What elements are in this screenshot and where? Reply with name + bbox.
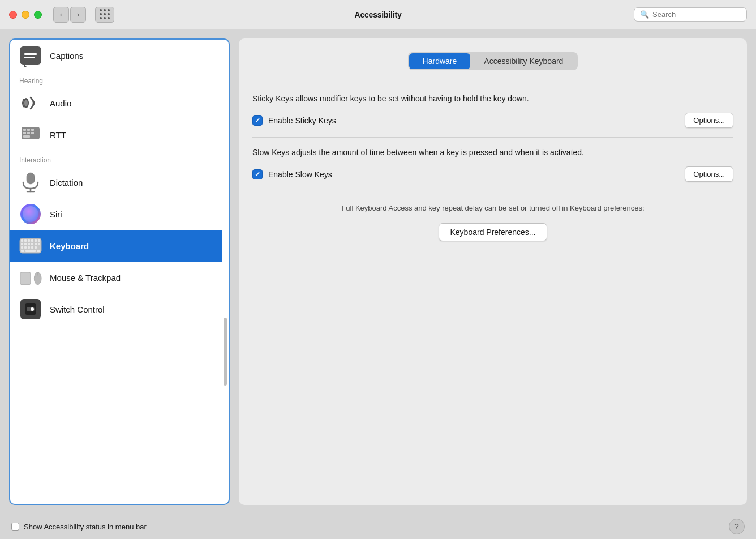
sidebar-item-keyboard[interactable]: Keyboard	[10, 230, 222, 262]
main-content: Captions Hearing Audi	[0, 29, 756, 514]
search-input[interactable]	[652, 10, 741, 19]
svg-rect-23	[31, 243, 33, 245]
tab-accessibility-keyboard[interactable]: Accessibility Keyboard	[470, 53, 577, 69]
grid-view-button[interactable]	[95, 7, 114, 23]
slow-keys-options-button[interactable]: Options...	[685, 166, 733, 182]
keyboard-preferences-button[interactable]: Keyboard Preferences...	[439, 223, 548, 241]
svg-rect-33	[37, 250, 40, 252]
keyboard-prefs-description: Full Keyboard Access and key repeat dela…	[252, 203, 733, 214]
dictation-icon	[19, 171, 42, 194]
sidebar-item-audio[interactable]: Audio	[10, 87, 222, 119]
sidebar-item-label-mouse: Mouse & Trackpad	[50, 273, 121, 283]
svg-rect-15	[24, 239, 27, 242]
title-bar: ‹ › Accessibility 🔍	[0, 0, 756, 29]
slow-keys-label: Enable Slow Keys	[268, 170, 332, 179]
sidebar-item-label-rtt: RTT	[50, 130, 66, 140]
show-status-label: Show Accessibility status in menu bar	[24, 523, 147, 531]
svg-rect-32	[25, 250, 36, 252]
svg-rect-8	[31, 132, 34, 134]
keyboard-prefs-section: Full Keyboard Access and key repeat dela…	[252, 191, 733, 241]
sidebar-item-label-dictation: Dictation	[50, 178, 83, 187]
sidebar-scrollbar-thumb	[224, 318, 227, 386]
sticky-keys-options-button[interactable]: Options...	[685, 113, 733, 128]
svg-rect-9	[23, 135, 30, 138]
svg-point-1	[24, 100, 28, 106]
slow-keys-description: Slow Keys adjusts the amount of time bet…	[252, 147, 615, 159]
sidebar-item-label-audio: Audio	[50, 99, 71, 108]
rtt-icon	[19, 123, 42, 146]
bottom-bar: Show Accessibility status in menu bar ?	[0, 514, 756, 539]
sidebar-item-captions[interactable]: Captions	[10, 40, 222, 71]
sidebar-item-label-keyboard: Keyboard	[50, 241, 89, 251]
svg-rect-25	[38, 243, 40, 245]
svg-rect-18	[35, 239, 37, 242]
svg-rect-10	[27, 173, 35, 184]
siri-icon	[19, 203, 42, 225]
mouse-trackpad-icon	[19, 266, 42, 289]
tab-hardware[interactable]: Hardware	[409, 53, 471, 69]
grid-dots-icon	[100, 9, 110, 20]
nav-buttons: ‹ ›	[53, 7, 86, 23]
svg-rect-22	[28, 243, 30, 245]
svg-rect-26	[21, 246, 23, 249]
sidebar-item-siri[interactable]: Siri	[10, 198, 222, 230]
help-button[interactable]: ?	[729, 519, 745, 534]
svg-rect-29	[31, 246, 33, 249]
sidebar-item-label-switch-control: Switch Control	[50, 305, 105, 314]
sidebar-item-label-captions: Captions	[50, 51, 83, 61]
search-bar[interactable]: 🔍	[634, 7, 747, 22]
sticky-keys-section: Sticky Keys allows modifier keys to be s…	[252, 84, 733, 138]
right-panel: Hardware Accessibility Keyboard Sticky K…	[239, 38, 747, 505]
sidebar-item-switch-control[interactable]: Switch Control	[10, 293, 222, 325]
close-button[interactable]	[9, 11, 17, 19]
sticky-keys-label: Enable Sticky Keys	[268, 116, 336, 125]
forward-button[interactable]: ›	[70, 7, 86, 23]
keyboard-icon	[19, 234, 42, 257]
slow-keys-checkbox[interactable]: ✓	[252, 169, 263, 179]
sidebar-items-area: Captions Hearing Audi	[10, 40, 222, 504]
sidebar-scrollbar[interactable]	[223, 42, 227, 502]
sticky-keys-description: Sticky Keys allows modifier keys to be s…	[252, 93, 615, 105]
sticky-keys-control: ✓ Enable Sticky Keys Options...	[252, 113, 733, 128]
svg-rect-19	[38, 239, 40, 242]
svg-rect-20	[21, 243, 23, 245]
svg-rect-6	[23, 132, 26, 134]
window-title: Accessibility	[355, 10, 402, 19]
svg-rect-30	[35, 246, 37, 249]
back-button[interactable]: ‹	[53, 7, 69, 23]
svg-rect-4	[27, 129, 30, 131]
search-icon: 🔍	[640, 10, 649, 19]
svg-rect-14	[21, 239, 23, 242]
sidebar-item-dictation[interactable]: Dictation	[10, 166, 222, 198]
sidebar-item-rtt[interactable]: RTT	[10, 119, 222, 151]
switch-control-icon	[19, 298, 42, 320]
svg-rect-28	[28, 246, 30, 249]
audio-icon	[19, 92, 42, 114]
svg-rect-21	[24, 243, 27, 245]
svg-rect-3	[23, 129, 26, 131]
sticky-keys-checkbox[interactable]: ✓	[252, 116, 263, 126]
traffic-lights	[9, 11, 42, 19]
svg-rect-27	[24, 246, 27, 249]
maximize-button[interactable]	[34, 11, 42, 19]
captions-icon	[19, 44, 42, 67]
sidebar: Captions Hearing Audi	[9, 38, 230, 505]
sidebar-item-mouse-trackpad[interactable]: Mouse & Trackpad	[10, 262, 222, 293]
slow-keys-checkbox-row: ✓ Enable Slow Keys	[252, 169, 332, 179]
minimize-button[interactable]	[22, 11, 29, 19]
sticky-keys-checkbox-row: ✓ Enable Sticky Keys	[252, 116, 336, 126]
svg-rect-24	[35, 243, 37, 245]
sidebar-section-interaction: Interaction	[10, 151, 222, 166]
show-status-checkbox[interactable]	[11, 523, 19, 531]
svg-rect-16	[28, 239, 30, 242]
svg-rect-31	[21, 250, 24, 252]
tab-group: Hardware Accessibility Keyboard	[408, 52, 578, 70]
svg-rect-34	[20, 272, 31, 285]
svg-rect-7	[27, 132, 30, 134]
svg-point-39	[31, 307, 34, 311]
sidebar-section-hearing: Hearing	[10, 71, 222, 87]
slow-keys-control: ✓ Enable Slow Keys Options...	[252, 166, 733, 182]
svg-rect-5	[31, 129, 34, 131]
svg-rect-17	[31, 239, 33, 242]
tabs-container: Hardware Accessibility Keyboard	[252, 52, 733, 70]
